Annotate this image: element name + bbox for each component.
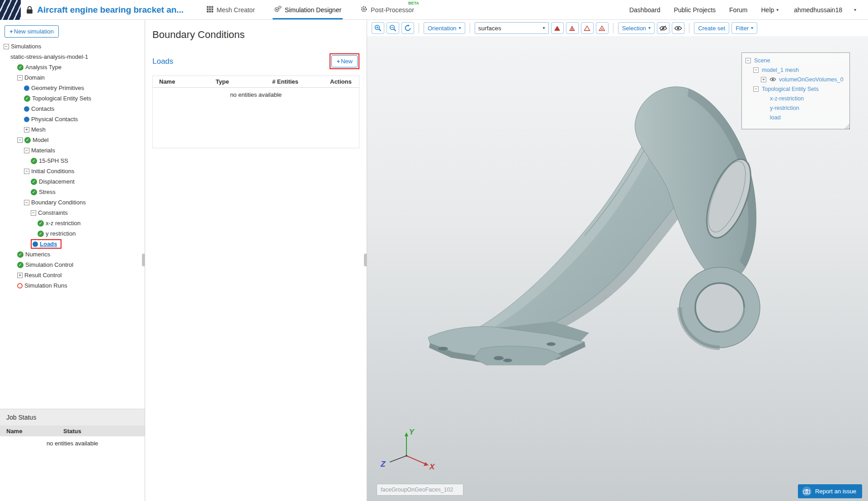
mesh-quality-hatched-triangle-button[interactable]	[566, 22, 579, 34]
mesh-quality-marked-triangle-button[interactable]	[596, 22, 609, 34]
panel-title: Boundary Conditions	[145, 20, 367, 41]
tree-item-boundary-conditions[interactable]: −Boundary Conditions	[0, 197, 145, 208]
tree-item-analysis-type[interactable]: ✓Analysis Type	[0, 62, 145, 72]
tree-item-simulation-runs[interactable]: Simulation Runs	[0, 280, 145, 291]
new-simulation-button[interactable]: + New simulation	[5, 25, 59, 38]
bracket-model[interactable]	[426, 77, 764, 365]
tree-item-domain[interactable]: −Domain	[0, 72, 145, 83]
job-status-section: Job Status Name Status no entities avail…	[0, 409, 145, 501]
scene-item-topological-entity-sets[interactable]: −Topological Entity Sets	[744, 84, 848, 94]
job-status-empty-text: no entities available	[0, 436, 145, 501]
simulation-tree: −Simulationsstatic-stress-analysis-model…	[0, 41, 145, 291]
viewport-canvas[interactable]: −Scene−model_1 mesh+volumeOnGeoVolumes_0…	[367, 36, 868, 501]
tree-item-displacement[interactable]: ✓Displacement	[0, 176, 145, 187]
expand-icon[interactable]: +	[17, 273, 23, 278]
tree-item-physical-contacts[interactable]: Physical Contacts	[0, 114, 145, 124]
collapse-icon[interactable]: −	[24, 169, 29, 174]
scene-item-load[interactable]: load	[744, 113, 848, 122]
toolbar-separator	[613, 23, 613, 33]
tree-item-initial-conditions[interactable]: −Initial Conditions	[0, 166, 145, 176]
collapse-icon[interactable]: −	[24, 200, 29, 205]
expand-icon[interactable]: +	[24, 127, 29, 132]
tree-item-geometry-primitives[interactable]: Geometry Primitives	[0, 83, 145, 93]
check-icon: ✓	[17, 251, 24, 258]
tree-item-loads[interactable]: Loads	[0, 239, 145, 249]
plus-icon: +	[9, 28, 13, 35]
render-mode-select[interactable]: surfaces ▾	[475, 22, 549, 34]
tree-item-y-restriction[interactable]: ✓y restriction	[0, 228, 145, 239]
sidebar-scrollbar-handle[interactable]	[142, 254, 145, 266]
check-icon: ✓	[31, 179, 37, 185]
tab-post-processor[interactable]: BETA Post-Processor	[359, 0, 415, 19]
gear-icon	[360, 5, 368, 14]
mesh-quality-solid-triangle-button[interactable]	[551, 22, 564, 34]
mesh-quality-outline-triangle-button[interactable]	[581, 22, 594, 34]
collapse-icon[interactable]: −	[24, 148, 29, 153]
nav-public-projects[interactable]: Public Projects	[674, 6, 716, 14]
tree-item-numerics[interactable]: ✓Numerics	[0, 249, 145, 260]
collapse-icon[interactable]: −	[4, 44, 9, 49]
loads-section-title: Loads	[152, 57, 173, 66]
check-icon: ✓	[17, 262, 24, 268]
grid-icon	[207, 6, 213, 14]
tree-item-simulation-control[interactable]: ✓Simulation Control	[0, 260, 145, 270]
scene-item-y-restriction[interactable]: y-restriction	[744, 103, 848, 113]
zoom-out-button[interactable]	[387, 22, 399, 34]
hide-selection-eye-icon[interactable]	[657, 22, 670, 34]
tree-item-model[interactable]: −✓Model	[0, 135, 145, 145]
nav-dashboard[interactable]: Dashboard	[629, 6, 660, 14]
visibility-eye-icon[interactable]	[769, 77, 776, 82]
collapse-icon[interactable]: −	[17, 75, 23, 80]
create-set-button[interactable]: Create set	[694, 22, 729, 34]
scene-item-volumeongeovolumes-0[interactable]: +volumeOnGeoVolumes_0	[744, 75, 848, 84]
filter-dropdown[interactable]: Filter ▾	[731, 22, 757, 34]
tree-item-static-stress-analysis-model-1[interactable]: static-stress-analysis-model-1	[0, 52, 145, 62]
tab-mesh-creator[interactable]: Mesh Creator	[205, 0, 256, 19]
beta-badge: BETA	[408, 1, 419, 5]
tree-item-15-5ph-ss[interactable]: ✓15-5PH SS	[0, 156, 145, 166]
chevron-down-icon: ▾	[751, 26, 753, 30]
face-group-input	[377, 484, 463, 496]
check-icon: ✓	[31, 189, 37, 195]
panel-scrollbar-handle[interactable]	[364, 254, 367, 266]
nav-forum[interactable]: Forum	[729, 6, 747, 14]
tree-item-topological-entity-sets[interactable]: ✓Topological Entity Sets	[0, 93, 145, 104]
top-nav: Dashboard Public Projects Forum Help▾	[629, 6, 778, 14]
loads-table: Name Type # Entities Actions no entities…	[152, 76, 359, 148]
collapse-icon[interactable]: −	[31, 210, 36, 216]
tree-item-constraints[interactable]: −Constraints	[0, 208, 145, 218]
tree-item-stress[interactable]: ✓Stress	[0, 187, 145, 197]
tree-item-x-z-restriction[interactable]: ✓x-z restriction	[0, 218, 145, 228]
report-issue-button[interactable]: Report an issue	[798, 484, 862, 498]
check-icon: ✓	[17, 64, 24, 71]
tree-item-materials[interactable]: −Materials	[0, 145, 145, 156]
simulation-sidebar: + New simulation −Simulationsstatic-stre…	[0, 20, 145, 501]
user-menu[interactable]: ahmedhussain18 ▾	[794, 6, 856, 14]
check-icon: ✓	[24, 137, 31, 143]
collapse-icon[interactable]: −	[753, 67, 759, 73]
loads-table-header: Name Type # Entities Actions	[153, 76, 359, 88]
collapse-icon[interactable]: −	[745, 58, 751, 63]
scene-item-scene[interactable]: −Scene	[744, 56, 848, 65]
check-icon: ✓	[38, 220, 44, 227]
scene-item-x-z-restriction[interactable]: x-z-restriction	[744, 94, 848, 103]
selection-dropdown[interactable]: Selection ▾	[618, 22, 655, 34]
show-all-eye-icon[interactable]	[672, 22, 684, 34]
nav-help[interactable]: Help▾	[761, 6, 779, 14]
plus-icon: +	[336, 58, 340, 65]
simscale-logo[interactable]	[0, 0, 21, 20]
new-load-button[interactable]: + New	[331, 55, 358, 67]
tree-item-contacts[interactable]: Contacts	[0, 104, 145, 114]
tree-item-result-control[interactable]: +Result Control	[0, 270, 145, 280]
tree-item-simulations[interactable]: −Simulations	[0, 41, 145, 52]
collapse-icon[interactable]: −	[753, 86, 759, 92]
scene-panel-resize-handle[interactable]	[844, 124, 849, 129]
orientation-dropdown[interactable]: Orientation ▾	[424, 22, 465, 34]
zoom-in-button[interactable]	[372, 22, 384, 34]
expand-icon[interactable]: +	[761, 77, 766, 82]
tab-simulation-designer[interactable]: Simulation Designer	[273, 0, 343, 19]
collapse-icon[interactable]: −	[17, 137, 23, 143]
tree-item-mesh[interactable]: +Mesh	[0, 124, 145, 135]
refresh-view-button[interactable]	[401, 22, 414, 34]
scene-item-model-1-mesh[interactable]: −model_1 mesh	[744, 65, 848, 75]
